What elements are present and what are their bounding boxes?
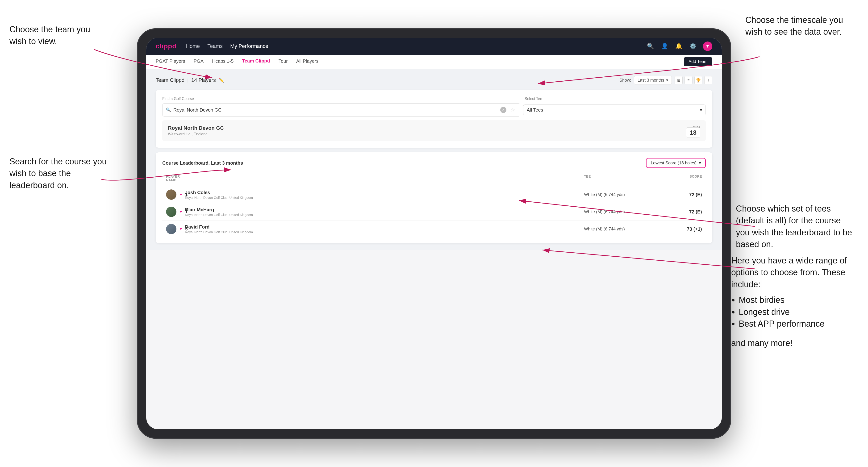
leaderboard-table: PLAYER NAME TEE SCORE ♥ 1 <box>162 173 706 238</box>
avatar-josh <box>166 189 177 200</box>
col-header-score: SCORE <box>655 175 702 182</box>
bell-icon[interactable]: 🔔 <box>675 42 683 51</box>
annotation-score-options: Here you have a wide range of options to… <box>731 255 854 349</box>
show-label: Show: <box>619 78 631 83</box>
main-content: Team Clippd | 14 Players ✏️ Show: Last 3… <box>146 69 722 250</box>
top-nav: clippd Home Teams My Performance 🔍 👤 🔔 ⚙… <box>146 38 722 55</box>
option-item: Best APP performance <box>739 318 854 330</box>
add-team-button[interactable]: Add Team <box>684 57 712 66</box>
avatar-david <box>166 224 177 234</box>
avatar[interactable]: ▼ <box>703 41 712 51</box>
grid-view-button[interactable]: ⊞ <box>675 76 683 84</box>
col-header-tee: TEE <box>584 175 655 182</box>
course-name: Royal North Devon GC <box>168 125 224 131</box>
nav-links: Home Teams My Performance <box>186 43 637 49</box>
score-1: 72 (E) <box>655 192 702 197</box>
tablet-frame: clippd Home Teams My Performance 🔍 👤 🔔 ⚙… <box>137 28 731 439</box>
option-item: Most birdies <box>739 294 854 306</box>
chevron-down-icon: ▾ <box>666 77 668 83</box>
sub-nav-tour[interactable]: Tour <box>279 59 288 65</box>
tee-info-2: White (M) (6,744 yds) <box>584 210 655 214</box>
player-club-1: Royal North Devon Golf Club, United King… <box>185 196 584 199</box>
view-icons: ⊞ ≡ 🏆 ↓ <box>675 76 712 84</box>
table-header: PLAYER NAME TEE SCORE <box>162 173 706 184</box>
tablet-screen: clippd Home Teams My Performance 🔍 👤 🔔 ⚙… <box>146 38 722 429</box>
timescale-dropdown[interactable]: Last 3 months ▾ <box>634 76 672 85</box>
tee-select[interactable]: All Tees ▾ <box>523 104 706 115</box>
annotation-choose-team: Choose the team you wish to view. <box>9 24 99 48</box>
score-type-dropdown[interactable]: Lowest Score (18 holes) ▾ <box>646 158 706 168</box>
trophy-view-button[interactable]: 🏆 <box>694 76 703 84</box>
tee-info-1: White (M) (6,744 yds) <box>584 192 655 197</box>
favorite-heart-3[interactable]: ♥ <box>180 227 182 231</box>
sub-nav: PGAT Players PGA Hcaps 1-5 Team Clippd T… <box>146 55 722 69</box>
col-header-empty <box>185 175 584 182</box>
tee-chevron-icon: ▾ <box>700 107 702 113</box>
course-search-row: 🔍 × ☆ All Tees ▾ <box>162 103 706 117</box>
select-tee-label: Select Tee <box>525 97 706 101</box>
tee-value: All Tees <box>527 107 543 113</box>
nav-logo: clippd <box>156 42 177 50</box>
and-more: and many more! <box>731 337 854 349</box>
score-3: 73 (+1) <box>655 226 702 232</box>
leaderboard-title: Course Leaderboard, Last 3 months <box>162 160 243 166</box>
player-name-3: David Ford <box>185 224 584 230</box>
favorite-heart-1[interactable]: ♥ <box>180 192 182 197</box>
player-name-1: Josh Coles <box>185 190 584 195</box>
list-view-button[interactable]: ≡ <box>684 76 692 84</box>
find-course-label: Find a Golf Course <box>162 97 525 101</box>
nav-link-myperformance[interactable]: My Performance <box>230 43 268 49</box>
show-section: Show: Last 3 months ▾ ⊞ ≡ 🏆 ↓ <box>619 76 712 85</box>
sub-nav-hcaps[interactable]: Hcaps 1-5 <box>212 59 234 65</box>
sub-nav-pga[interactable]: PGA <box>194 59 204 65</box>
course-result: Royal North Devon GC Westward Ho!, Engla… <box>162 120 706 141</box>
table-row: ♥ 1 Blair McHarg Royal North Devon Golf … <box>162 203 706 220</box>
team-name: Team Clippd <box>156 77 184 83</box>
timescale-value: Last 3 months <box>638 78 664 83</box>
sub-nav-pgat[interactable]: PGAT Players <box>156 59 185 65</box>
sub-nav-teamclippd[interactable]: Team Clippd <box>242 58 270 65</box>
col-header-player: PLAYER NAME <box>166 175 185 182</box>
player-name-2: Blair McHarg <box>185 207 584 213</box>
annotation-search-course: Search for the course you wish to base t… <box>9 156 108 191</box>
score-type-chevron-icon: ▾ <box>699 160 701 165</box>
search-icon[interactable]: 🔍 <box>646 42 655 51</box>
download-button[interactable]: ↓ <box>704 76 712 84</box>
avatar-blair <box>166 207 177 217</box>
player-info-1: Josh Coles Royal North Devon Golf Club, … <box>185 190 584 199</box>
player-count: 14 Players <box>191 77 216 83</box>
team-title: Team Clippd | 14 Players ✏️ <box>156 77 224 83</box>
favorite-heart-2[interactable]: ♥ <box>180 210 182 214</box>
settings-icon[interactable]: ⚙️ <box>689 42 697 51</box>
annotation-timescale: Choose the timescale you wish to see the… <box>745 14 854 38</box>
course-search-input[interactable] <box>173 107 498 113</box>
sub-nav-allplayers[interactable]: All Players <box>296 59 318 65</box>
course-search-card: Find a Golf Course Select Tee 🔍 × ☆ All … <box>156 90 712 148</box>
holes-number: 18 <box>686 127 700 138</box>
person-icon[interactable]: 👤 <box>660 42 669 51</box>
player-info-2: Blair McHarg Royal North Devon Golf Club… <box>185 207 584 217</box>
course-result-info: Royal North Devon GC Westward Ho!, Engla… <box>168 125 224 136</box>
clear-search-button[interactable]: × <box>500 107 506 113</box>
score-type-value: Lowest Score (18 holes) <box>651 161 696 165</box>
option-item: Longest drive <box>739 306 854 318</box>
player-club-2: Royal North Devon Golf Club, United King… <box>185 213 584 217</box>
favorite-button[interactable]: ☆ <box>509 106 517 114</box>
course-location: Westward Ho!, England <box>168 132 224 136</box>
search-icon-small: 🔍 <box>166 107 171 113</box>
player-rank-1: ♥ 1 <box>166 189 185 200</box>
leaderboard-header: Course Leaderboard, Last 3 months Lowest… <box>162 158 706 168</box>
nav-link-home[interactable]: Home <box>186 43 200 49</box>
tee-info-3: White (M) (6,744 yds) <box>584 227 655 231</box>
team-header: Team Clippd | 14 Players ✏️ Show: Last 3… <box>156 76 712 85</box>
nav-icons: 🔍 👤 🔔 ⚙️ ▼ <box>646 41 712 51</box>
annotation-tee-select: Choose which set of tees (default is all… <box>736 203 854 250</box>
edit-icon[interactable]: ✏️ <box>219 77 224 83</box>
holes-badge: Holes 18 <box>686 125 700 136</box>
table-row: ♥ 3 David Ford Royal North Devon Golf Cl… <box>162 220 706 238</box>
nav-link-teams[interactable]: Teams <box>207 43 223 49</box>
course-search-labels: Find a Golf Course Select Tee <box>162 97 706 101</box>
table-row: ♥ 1 Josh Coles Royal North Devon Golf Cl… <box>162 186 706 203</box>
course-search-input-wrapper: 🔍 × ☆ <box>162 103 520 117</box>
player-info-3: David Ford Royal North Devon Golf Club, … <box>185 224 584 234</box>
